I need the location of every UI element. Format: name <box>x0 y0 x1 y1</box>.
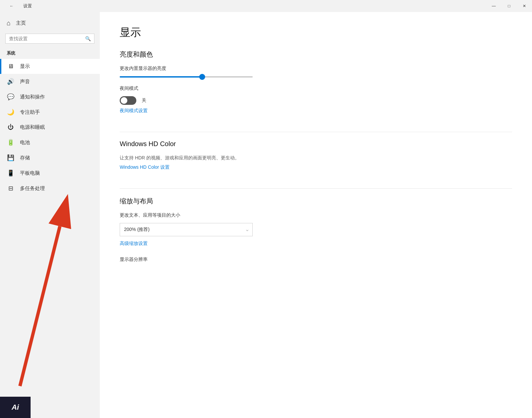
minimize-button[interactable]: — <box>486 0 501 12</box>
back-button[interactable]: ← <box>4 0 19 12</box>
scale-dropdown-value: 200% (推荐) <box>124 227 150 233</box>
sidebar-item-storage[interactable]: 💾 存储 <box>0 150 100 165</box>
home-icon: ⌂ <box>7 19 11 27</box>
power-icon: ⏻ <box>7 124 15 131</box>
sidebar-item-power[interactable]: ⏻ 电源和睡眠 <box>0 120 100 135</box>
titlebar-left: ← 设置 <box>4 0 32 12</box>
chevron-down-icon: ⌵ <box>246 227 248 232</box>
brightness-label: 更改内置显示器的亮度 <box>120 66 512 72</box>
search-input[interactable] <box>9 36 82 41</box>
sidebar-item-tablet[interactable]: 📱 平板电脑 <box>0 165 100 181</box>
display-icon: 🖥 <box>7 63 15 70</box>
search-icon[interactable]: 🔍 <box>85 36 91 41</box>
titlebar-controls: — □ ✕ <box>486 0 532 12</box>
sidebar-item-notifications[interactable]: 💬 通知和操作 <box>0 89 100 104</box>
sound-icon: 🔊 <box>7 78 15 85</box>
scale-label: 更改文本、应用等项目的大小 <box>120 212 512 218</box>
sidebar-item-sound[interactable]: 🔊 声音 <box>0 74 100 89</box>
hdr-description: 让支持 HDR 的视频、游戏和应用的画面更明亮、更生动。 <box>120 154 512 161</box>
main-window: ⌂ 主页 🔍 系统 🖥 显示 🔊 声音 💬 通知和操作 🌙 专注助手 ⏻ 电源和… <box>0 12 532 418</box>
sidebar-item-label-focus: 专注助手 <box>20 109 40 115</box>
titlebar: ← 设置 — □ ✕ <box>0 0 532 12</box>
night-mode-toggle[interactable] <box>120 96 136 105</box>
divider-2 <box>120 188 512 189</box>
sidebar-item-label-battery: 电池 <box>20 139 30 146</box>
sidebar-item-display[interactable]: 🖥 显示 <box>0 59 100 74</box>
advanced-scale-link[interactable]: 高级缩放设置 <box>120 241 148 247</box>
sidebar-home-label: 主页 <box>16 20 26 26</box>
brightness-slider-fill <box>120 76 202 78</box>
brightness-slider-thumb[interactable] <box>199 74 205 80</box>
sidebar-item-label-power: 电源和睡眠 <box>20 124 45 130</box>
focus-icon: 🌙 <box>7 108 15 116</box>
brightness-slider-container <box>120 76 512 78</box>
sidebar-item-label-notifications: 通知和操作 <box>20 94 45 100</box>
content-area: 显示 亮度和颜色 更改内置显示器的亮度 夜间模式 关 夜间模式设置 Window… <box>100 12 532 418</box>
search-box: 🔍 <box>5 34 94 44</box>
divider-1 <box>120 132 512 132</box>
brightness-section-title: 亮度和颜色 <box>120 50 512 59</box>
brightness-slider-track[interactable] <box>120 76 253 78</box>
night-mode-state-label: 关 <box>142 98 146 104</box>
sidebar-item-label-tablet: 平板电脑 <box>20 170 40 176</box>
ai-badge: Ai <box>0 397 31 418</box>
page-title: 显示 <box>120 25 512 40</box>
sidebar-item-focus[interactable]: 🌙 专注助手 <box>0 104 100 120</box>
notifications-icon: 💬 <box>7 93 15 101</box>
hdr-section-title: Windows HD Color <box>120 140 512 148</box>
sidebar-item-label-multitask: 多任务处理 <box>20 185 45 192</box>
sidebar-item-multitask[interactable]: ⊟ 多任务处理 <box>0 181 100 196</box>
sidebar-item-battery[interactable]: 🔋 电池 <box>0 135 100 150</box>
close-button[interactable]: ✕ <box>517 0 532 12</box>
maximize-button[interactable]: □ <box>501 0 517 12</box>
tablet-icon: 📱 <box>7 169 15 177</box>
scale-section-title: 缩放与布局 <box>120 197 512 206</box>
multitask-icon: ⊟ <box>7 185 15 192</box>
night-mode-row: 关 <box>120 96 512 105</box>
scale-dropdown[interactable]: 200% (推荐) ⌵ <box>120 223 253 236</box>
night-mode-label: 夜间模式 <box>120 86 512 92</box>
night-mode-settings-link[interactable]: 夜间模式设置 <box>120 108 148 114</box>
sidebar-section-label: 系统 <box>0 49 100 59</box>
resolution-label: 显示器分辨率 <box>120 257 512 263</box>
sidebar-home[interactable]: ⌂ 主页 <box>0 15 100 31</box>
sidebar-item-label-storage: 存储 <box>20 155 30 161</box>
titlebar-title: 设置 <box>23 3 32 9</box>
toggle-knob <box>121 97 127 104</box>
storage-icon: 💾 <box>7 154 15 161</box>
hdr-settings-link[interactable]: Windows HD Color 设置 <box>120 164 170 170</box>
sidebar-item-label-sound: 声音 <box>20 79 30 85</box>
battery-icon: 🔋 <box>7 139 15 146</box>
sidebar-item-label-display: 显示 <box>20 63 30 70</box>
sidebar: ⌂ 主页 🔍 系统 🖥 显示 🔊 声音 💬 通知和操作 🌙 专注助手 ⏻ 电源和… <box>0 12 100 418</box>
